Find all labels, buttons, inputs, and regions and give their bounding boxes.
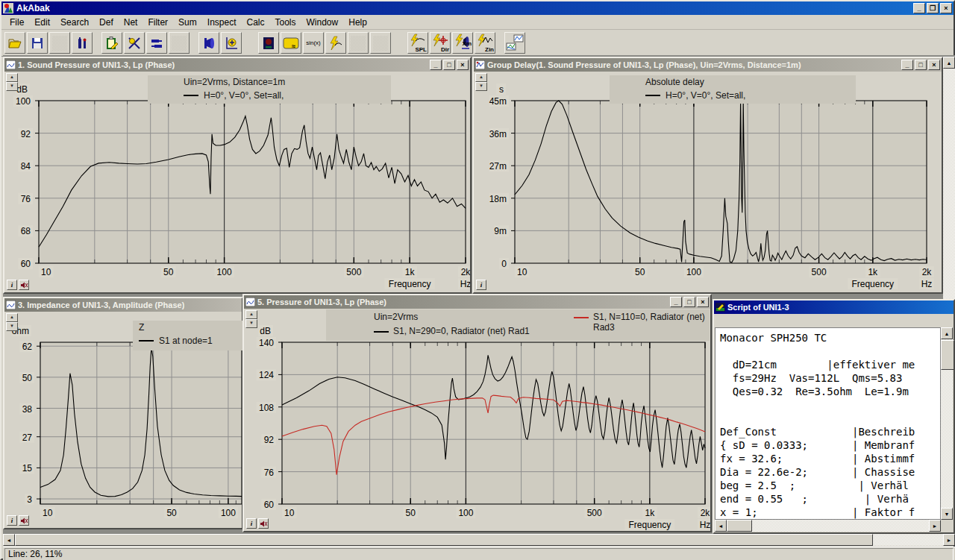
legend-title: Absolute delay [645,75,856,89]
window-group-delay: Group Delay(1. Sound Pressure of UNI1-3,… [472,57,943,294]
menu-calc[interactable]: Calc [242,16,270,29]
y-scale-spinner[interactable]: ▲ ▼ [6,73,16,91]
info-button[interactable]: i [246,518,257,529]
svg-text:1k: 1k [405,267,416,277]
spin-down-icon[interactable]: ▼ [245,319,257,328]
mute-button[interactable] [258,518,269,529]
scroll-right-icon[interactable]: ► [929,520,941,532]
svg-text:0: 0 [501,259,507,269]
window-title: 3. Impedance of UNI1-3, Amplitude (Phase… [18,301,184,309]
maximize-button[interactable]: □ [443,60,455,70]
filter-network-button[interactable] [146,32,167,54]
minimize-button[interactable]: _ [670,297,682,307]
mute-button[interactable] [19,280,29,290]
minimize-button[interactable]: _ [430,60,442,70]
menu-tools[interactable]: Tools [270,16,301,29]
dual-plot-button[interactable] [504,32,525,54]
menu-net[interactable]: Net [119,16,143,29]
svg-text:27: 27 [22,432,33,443]
driver-speaker-button[interactable] [198,32,219,54]
spin-up-icon[interactable]: ▲ [475,73,487,82]
menu-search[interactable]: Search [55,16,94,29]
close-button[interactable]: × [940,3,952,13]
spin-down-icon[interactable]: ▼ [6,322,18,331]
info-button[interactable]: i [7,515,17,526]
svg-text:100: 100 [221,508,236,518]
main-titlebar[interactable]: AkAbak _ ❒ × [1,1,954,15]
window-impedance-titlebar[interactable]: 3. Impedance of UNI1-3, Amplitude (Phase… [4,298,242,312]
legend-entry: H=0°, V=0°, Set=all, [666,90,745,101]
mdi-horizontal-scrollbar[interactable]: ◄ ► [3,534,955,546]
legend-line-sample [184,95,198,96]
scroll-up-icon[interactable]: ▲ [941,327,953,339]
measurement-bottle-button[interactable] [72,32,93,54]
y-scale-spinner[interactable]: ▲ ▼ [245,310,256,328]
scroll-right-icon[interactable]: ► [943,534,955,546]
legend-title: Uin=2Vrms [374,312,418,322]
info-button[interactable]: i [476,280,486,290]
spin-up-icon[interactable]: ▲ [6,313,18,322]
window-script-titlebar[interactable]: Script of UNI1-3 [714,301,954,314]
spin-down-icon[interactable]: ▼ [6,82,18,91]
scroll-left-icon[interactable]: ◄ [715,520,727,532]
spin-down-icon[interactable]: ▼ [475,82,487,91]
script-vertical-scrollbar[interactable]: ▲ ▼ [941,327,953,520]
script-editor[interactable]: Monacor SPH250 TC dD=21cm |effektiver me… [715,327,941,520]
legend-line-sample [645,95,660,96]
window-pressure-titlebar[interactable]: 5. Pressure of UNI1-3, Lp (Phase) _ □ × [244,295,710,309]
svg-text:15: 15 [22,463,33,474]
y-scale-spinner[interactable]: ▲ ▼ [475,73,486,91]
svg-text:50: 50 [22,373,33,383]
acoustic-element-button[interactable] [221,32,242,54]
script-horizontal-scrollbar[interactable]: ◄ ► [715,520,941,532]
scroll-up-icon[interactable]: ▲ [943,57,955,69]
window-sound-pressure-titlebar[interactable]: 1. Sound Pressure of UNI1-3, Lp (Phase) … [4,58,470,72]
menu-sum[interactable]: Sum [173,16,202,29]
svg-text:Hz: Hz [460,279,470,289]
close-button[interactable]: × [697,297,709,307]
scroll-down-icon[interactable]: ▼ [941,508,953,520]
spl-chart[interactable]: 1009284766860dB10501005001k2kFrequencyHz [4,72,470,292]
y-scale-spinner[interactable]: ▲ ▼ [6,313,16,331]
open-file-button[interactable] [4,32,25,54]
xm-button[interactable]: Xm [452,32,473,54]
spin-up-icon[interactable]: ▲ [245,310,257,319]
pressure-chart[interactable]: 140124108927660dB10501005001k2kFrequency… [244,309,710,531]
spectrum-button[interactable] [325,32,346,54]
script-clipboard-button[interactable] [101,32,122,54]
minimize-button[interactable]: _ [913,3,925,13]
zin-button[interactable]: Zin [475,32,495,54]
svg-text:2k: 2k [922,267,933,277]
maximize-button[interactable]: □ [915,60,927,70]
maximize-button[interactable]: □ [683,297,695,307]
save-button[interactable] [27,32,48,54]
svg-text:10: 10 [41,267,51,277]
group-delay-chart[interactable]: 45m36m27m18m9m0s10501005001k2kFrequencyH… [474,72,942,292]
window-group-delay-titlebar[interactable]: Group Delay(1. Sound Pressure of UNI1-3,… [474,58,942,72]
mdi-vertical-scrollbar[interactable]: ▲ [943,57,955,299]
menu-edit[interactable]: Edit [29,16,55,29]
close-button[interactable]: × [928,60,940,70]
scroll-left-icon[interactable]: ◄ [3,534,15,546]
info-button[interactable]: i [7,280,17,290]
menu-inspect[interactable]: Inspect [202,16,242,29]
menu-filter[interactable]: Filter [143,16,173,29]
minimize-button[interactable]: _ [901,60,913,70]
chart-window-icon [475,60,485,69]
record-button[interactable] [258,32,279,54]
menu-help[interactable]: Help [343,16,372,29]
close-button[interactable]: × [457,60,469,70]
menu-def[interactable]: Def [94,16,119,29]
menu-file[interactable]: File [4,16,29,29]
signal-source-button[interactable]: ≈ [281,32,301,54]
dir-label: Dir [441,47,449,53]
svg-text:2k: 2k [461,267,470,277]
sine-signal-button[interactable]: sin(x) [303,32,324,54]
mute-button[interactable] [19,515,29,526]
dir-button[interactable]: Dir [430,32,451,54]
menu-window[interactable]: Window [301,16,344,29]
node-inspect-button[interactable] [124,32,145,54]
spin-up-icon[interactable]: ▲ [6,73,18,82]
spl-button[interactable]: SPL [407,32,428,54]
restore-button[interactable]: ❒ [927,3,939,13]
